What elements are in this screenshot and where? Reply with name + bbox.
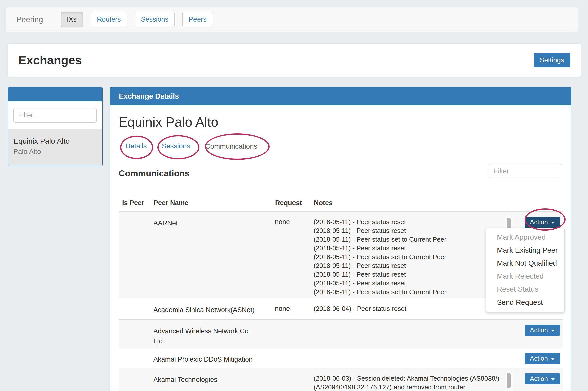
cell-is-peer xyxy=(119,368,150,391)
notes-scrollbar-track xyxy=(506,370,512,391)
tab-sessions[interactable]: Sessions xyxy=(155,136,197,156)
tab-details[interactable]: Details xyxy=(119,136,154,156)
tab-communications[interactable]: Communications xyxy=(199,136,264,156)
nav-button-routers[interactable]: Routers xyxy=(91,12,127,27)
action-button-label: Action xyxy=(530,375,548,382)
cell-actions: Action xyxy=(514,320,563,348)
column-header-request: Request xyxy=(272,199,310,211)
sidebar-filter-wrap xyxy=(8,101,102,129)
cell-is-peer xyxy=(119,298,150,320)
action-button-label: Action xyxy=(530,326,548,334)
cell-actions: Action xyxy=(514,348,563,368)
action-button-label: Action xyxy=(530,355,548,362)
note-line: (2018-06-04) - Peer status reset xyxy=(314,304,511,313)
peer-name-text: Akamai Technologies xyxy=(153,375,262,385)
column-header-actions xyxy=(514,199,563,211)
cell-notes xyxy=(310,320,514,348)
note-line: (2018-05-11) - Peer status reset xyxy=(314,218,511,226)
cell-request: none xyxy=(272,298,310,320)
cell-request xyxy=(272,348,310,368)
exchange-list-panel: Equinix Palo AltoPalo Alto xyxy=(8,87,103,166)
action-button-label: Action xyxy=(530,218,548,226)
action-dropdown-button[interactable]: Action xyxy=(525,373,560,384)
menu-item-send-request[interactable]: Send Request xyxy=(486,296,564,309)
nav-button-peers[interactable]: Peers xyxy=(182,12,213,27)
note-line: (2018-05-11) - Peer status set to Curren… xyxy=(314,288,511,297)
action-dropdown-button[interactable]: Action xyxy=(525,325,560,336)
notes-scrollbar-thumb[interactable] xyxy=(507,373,511,388)
cell-notes: (2018-05-11) - Peer status reset(2018-05… xyxy=(310,211,514,298)
cell-peer-name: Akamai Prolexic DDoS Mitigation xyxy=(150,348,272,368)
main-nav: IXsRoutersSessionsPeers xyxy=(61,12,213,27)
table-row: Advanced Wireless Network Co. Ltd.Action xyxy=(119,320,563,348)
exchange-list-heading xyxy=(8,87,102,101)
note-line: (2018-05-11) - Peer status reset xyxy=(314,226,511,235)
exchange-item-subtitle: Palo Alto xyxy=(13,148,97,156)
cell-peer-name: Akamai Technologies xyxy=(150,368,272,391)
communications-section-header: Communications xyxy=(119,168,562,178)
nav-button-ixs[interactable]: IXs xyxy=(61,12,83,27)
exchange-tabs: DetailsSessionsCommunications xyxy=(119,136,562,156)
cell-notes xyxy=(310,348,514,368)
menu-item-mark-approved[interactable]: Mark Approved xyxy=(486,231,564,244)
exchange-item-title: Equinix Palo Alto xyxy=(13,137,97,145)
peer-name-text: Academia Sinica Network(ASNet) xyxy=(153,305,262,315)
page-title: Exchanges xyxy=(18,53,82,67)
column-header-notes: Notes xyxy=(310,199,514,211)
note-line: (2018-05-11) - Peer status reset xyxy=(314,279,511,288)
cell-peer-name: Academia Sinica Network(ASNet) xyxy=(150,298,272,320)
menu-item-reset-status[interactable]: Reset Status xyxy=(486,283,564,296)
cell-request: none xyxy=(272,211,310,298)
cell-is-peer xyxy=(119,348,150,368)
note-line: (2018-05-11) - Peer status reset xyxy=(314,270,511,279)
exchange-details-heading: Exchange Details xyxy=(110,87,571,105)
exchange-list-item[interactable]: Equinix Palo AltoPalo Alto xyxy=(8,129,102,166)
column-header-peer-name: Peer Name xyxy=(150,199,272,211)
action-dropdown-menu: Mark ApprovedMark Existing PeerMark Not … xyxy=(486,228,565,312)
menu-item-mark-rejected[interactable]: Mark Rejected xyxy=(486,270,564,283)
note-line: (2018-05-11) - Peer status set to Curren… xyxy=(314,253,511,261)
cell-is-peer xyxy=(119,211,150,298)
cell-request xyxy=(272,368,310,391)
table-row: Akamai Technologies(2018-06-03) - Sessio… xyxy=(119,368,563,391)
exchange-filter-input[interactable] xyxy=(13,108,97,123)
menu-item-mark-not-qualified[interactable]: Mark Not Qualified xyxy=(486,257,564,270)
peer-name-text: Akamai Prolexic DDoS Mitigation xyxy=(153,354,262,364)
settings-button[interactable]: Settings xyxy=(534,53,570,67)
caret-down-icon xyxy=(551,378,555,380)
table-header-row: Is PeerPeer NameRequestNotes xyxy=(119,199,563,211)
menu-item-mark-existing-peer[interactable]: Mark Existing Peer xyxy=(486,244,564,257)
page-header-card: Exchanges Settings xyxy=(8,43,581,77)
note-line: (2018-05-11) - Peer status set to Curren… xyxy=(314,235,511,244)
app-brand: Peering xyxy=(16,15,43,24)
note-line: (2018-05-11) - Peer status reset xyxy=(314,261,511,270)
table-row: Akamai Prolexic DDoS MitigationAction xyxy=(119,348,563,368)
action-dropdown-button[interactable]: Action xyxy=(525,353,560,364)
peer-name-text: Advanced Wireless Network Co. Ltd. xyxy=(153,326,262,346)
exchange-name-title: Equinix Palo Alto xyxy=(119,115,562,129)
cell-peer-name: AARNet xyxy=(150,211,272,298)
top-navbar: Peering IXsRoutersSessionsPeers xyxy=(6,7,578,32)
action-dropdown-button[interactable]: Action xyxy=(525,217,560,228)
cell-notes: (2018-06-04) - Peer status reset xyxy=(310,298,514,320)
communications-title: Communications xyxy=(119,168,190,178)
cell-notes: (2018-06-03) - Session deleted: Akamai T… xyxy=(310,368,514,391)
nav-button-sessions[interactable]: Sessions xyxy=(135,12,175,27)
exchange-list: Equinix Palo AltoPalo Alto xyxy=(8,129,102,166)
caret-down-icon xyxy=(551,358,555,360)
peer-name-text: AARNet xyxy=(153,218,262,228)
cell-is-peer xyxy=(119,320,150,348)
note-line: (2018-05-11) - Peer status reset xyxy=(314,244,511,253)
caret-down-icon xyxy=(551,330,555,332)
note-line: (2018-06-03) - Session deleted: Akamai T… xyxy=(314,374,511,391)
communications-filter-input[interactable] xyxy=(489,164,562,178)
cell-peer-name: Advanced Wireless Network Co. Ltd. xyxy=(150,320,272,348)
cell-request xyxy=(272,320,310,348)
caret-down-icon xyxy=(551,222,555,224)
column-header-is-peer: Is Peer xyxy=(119,199,150,211)
cell-actions: Action xyxy=(514,368,563,391)
